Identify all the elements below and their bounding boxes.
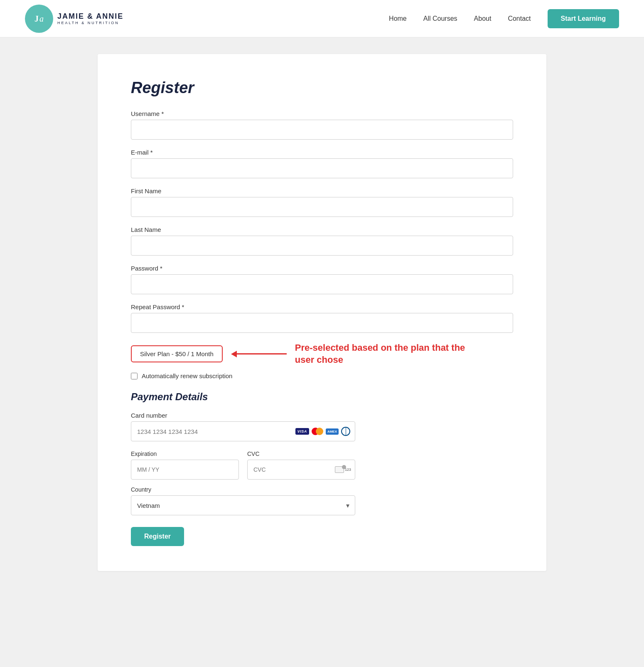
password-label: Password * [131,265,513,272]
payment-fields: Card number VISA AMEX [131,412,355,515]
first-name-label: First Name [131,187,513,194]
svg-text:a: a [39,14,44,23]
card-number-field-group: Card number VISA AMEX [131,412,355,441]
auto-renew-label[interactable]: Automatically renew subscription [142,372,232,379]
email-field-group: E-mail * [131,149,513,178]
nav-about[interactable]: About [474,15,492,22]
country-select[interactable]: Vietnam United States United Kingdom Aus… [131,495,355,515]
logo[interactable]: J a JAMIE & ANNIE HEALTH & NUTRITION [25,5,123,33]
last-name-field-group: Last Name [131,226,513,256]
expiration-field: Expiration [131,450,239,480]
main-nav: Home All Courses About Contact Start Lea… [389,9,619,28]
first-name-field-group: First Name [131,187,513,217]
country-select-wrapper: Vietnam United States United Kingdom Aus… [131,495,355,515]
password-input[interactable] [131,274,513,294]
plan-annotation-text: Pre-selected based on the plan that the … [295,342,469,366]
cvc-shape [335,466,344,473]
arrow-line [237,353,287,354]
email-label: E-mail * [131,149,513,156]
expiration-input[interactable] [131,460,239,480]
page-background: Register Username * E-mail * First Name … [0,37,644,667]
cvc-card-icon: 123 [335,466,351,473]
visa-icon: VISA [295,428,309,435]
card-number-wrapper: VISA AMEX [131,421,355,441]
logo-circle: J a [25,5,53,33]
nav-home[interactable]: Home [389,15,407,22]
expiration-label: Expiration [131,450,239,457]
diners-icon [341,427,350,436]
last-name-label: Last Name [131,226,513,233]
cvc-label: CVC [247,450,355,457]
auto-renew-checkbox[interactable] [131,373,138,379]
logo-title: JAMIE & ANNIE [57,12,123,21]
arrow-head-icon [231,351,237,357]
country-field: Country Vietnam United States United Kin… [131,486,355,515]
start-learning-button[interactable]: Start Learning [548,9,619,28]
repeat-password-input[interactable] [131,313,513,333]
register-button[interactable]: Register [131,527,184,546]
mastercard-icon [312,428,323,435]
nav-contact[interactable]: Contact [508,15,531,22]
exp-cvc-row: Expiration CVC 123 [131,450,355,480]
card-number-label: Card number [131,412,355,419]
first-name-input[interactable] [131,197,513,217]
plan-section: Silver Plan - $50 / 1 Month Pre-selected… [131,342,513,366]
nav-all-courses[interactable]: All Courses [423,15,457,22]
card-icons: VISA AMEX [295,427,350,436]
username-field-group: Username * [131,110,513,140]
logo-text: JAMIE & ANNIE HEALTH & NUTRITION [57,12,123,25]
amex-icon: AMEX [326,428,339,435]
plan-arrow [231,351,287,357]
email-input[interactable] [131,158,513,178]
payment-title: Payment Details [131,391,513,403]
plan-badge: Silver Plan - $50 / 1 Month [131,345,223,362]
register-title: Register [131,79,513,97]
password-field-group: Password * [131,265,513,294]
repeat-password-label: Repeat Password * [131,303,513,310]
header: J a JAMIE & ANNIE HEALTH & NUTRITION Hom… [0,0,644,37]
cvc-field: CVC 123 [247,450,355,480]
username-input[interactable] [131,120,513,140]
last-name-input[interactable] [131,236,513,256]
logo-subtitle: HEALTH & NUTRITION [57,21,123,25]
username-label: Username * [131,110,513,117]
auto-renew-row: Automatically renew subscription [131,372,513,379]
country-label: Country [131,486,355,493]
repeat-password-field-group: Repeat Password * [131,303,513,333]
cvc-wrapper: 123 [247,460,355,480]
svg-text:J: J [34,14,39,23]
register-card: Register Username * E-mail * First Name … [98,54,546,571]
